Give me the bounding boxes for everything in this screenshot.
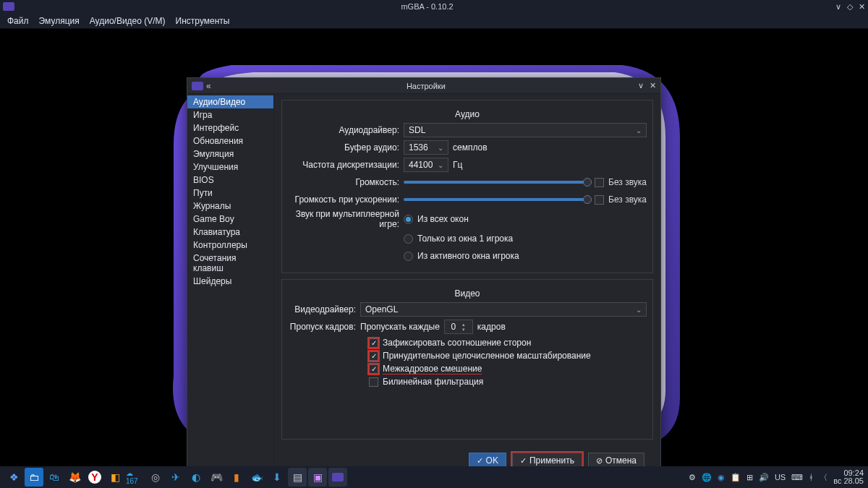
download-icon[interactable]: ⬇ bbox=[268, 468, 286, 487]
mute-label: Без звука bbox=[608, 177, 647, 187]
task-window-2[interactable]: ▣ bbox=[308, 468, 327, 487]
menu-tools[interactable]: Инструменты bbox=[176, 16, 230, 26]
menu-file[interactable]: Файл bbox=[7, 16, 29, 26]
app-icon-5[interactable]: 🐟 bbox=[247, 468, 266, 487]
category-emulation[interactable]: Эмуляция bbox=[187, 147, 273, 160]
dialog-titlebar: « Настройки ∨ ✕ bbox=[187, 78, 660, 94]
tray-globe-icon[interactable]: 🌐 bbox=[702, 473, 712, 482]
mp-radio-active[interactable] bbox=[404, 252, 413, 261]
app-icon bbox=[3, 2, 14, 11]
audio-buffer-combo[interactable]: 1536⌄ bbox=[404, 140, 448, 155]
dialog-close-icon[interactable]: ✕ bbox=[650, 81, 656, 90]
category-enhancements[interactable]: Улучшения bbox=[187, 160, 273, 174]
category-interface[interactable]: Интерфейс bbox=[187, 121, 273, 134]
tray-icon-1[interactable]: ⚙ bbox=[689, 473, 696, 482]
bilinear-checkbox[interactable] bbox=[369, 377, 378, 387]
task-mgba[interactable] bbox=[328, 468, 347, 487]
file-manager-icon[interactable]: 🗀 bbox=[25, 468, 43, 487]
tray-keyboard-icon[interactable]: ⌨ bbox=[791, 473, 803, 482]
interframe-label: Межкадровое смешение bbox=[383, 364, 482, 374]
video-driver-label: Видеодрайвер: bbox=[288, 304, 360, 314]
category-gameboy[interactable]: Game Boy bbox=[187, 213, 273, 226]
app-icon-2[interactable]: ◐ bbox=[187, 468, 205, 487]
volume-label: Громкость: bbox=[288, 177, 404, 187]
telegram-icon[interactable]: ✈ bbox=[166, 468, 185, 487]
task-window-1[interactable]: ▤ bbox=[288, 468, 307, 487]
yandex-icon[interactable]: Y bbox=[85, 468, 104, 487]
lock-aspect-checkbox[interactable] bbox=[369, 338, 378, 348]
ff-mute-checkbox[interactable] bbox=[595, 195, 604, 205]
app-icon-1[interactable]: ◧ bbox=[106, 468, 124, 487]
mp-radio-p1[interactable] bbox=[404, 234, 413, 244]
audio-driver-combo[interactable]: SDL⌄ bbox=[404, 123, 647, 137]
integer-scale-label: Принудительное целочисленное масштабиров… bbox=[383, 351, 591, 361]
audio-buffer-unit: семплов bbox=[453, 142, 488, 153]
video-section: Видео Видеодрайвер: OpenGL⌄ Пропуск кадр… bbox=[281, 279, 653, 440]
bilinear-label: Билинейная фильтрация bbox=[383, 377, 483, 387]
clock[interactable]: 09:24 вс 28.05 bbox=[833, 469, 864, 485]
integer-scale-checkbox[interactable] bbox=[369, 351, 378, 361]
main-titlebar: mGBA - 0.10.2 ∨ ◇ ✕ bbox=[0, 0, 868, 13]
tray-clipboard-icon[interactable]: 📋 bbox=[731, 473, 741, 482]
check-icon: ✓ bbox=[520, 456, 527, 466]
obs-icon[interactable]: ◎ bbox=[146, 468, 165, 487]
app-icon-4[interactable]: ▮ bbox=[227, 468, 246, 487]
category-list: Аудио/Видео Игра Интерфейс Обновления Эм… bbox=[187, 94, 274, 483]
category-shortcuts[interactable]: Сочетания клавиш bbox=[187, 252, 273, 275]
cloud-icon[interactable]: ☁167 bbox=[126, 468, 145, 487]
keyboard-layout[interactable]: US bbox=[775, 473, 786, 481]
tray-volume-icon[interactable]: 🔊 bbox=[759, 473, 769, 482]
pin-icon[interactable]: « bbox=[206, 81, 211, 91]
interframe-checkbox[interactable] bbox=[369, 364, 378, 374]
menu-emulation[interactable]: Эмуляция bbox=[39, 16, 80, 26]
volume-slider[interactable] bbox=[404, 181, 587, 184]
dialog-minimize-icon[interactable]: ∨ bbox=[638, 81, 644, 90]
chevron-down-icon: ⌄ bbox=[636, 127, 642, 134]
system-tray: ⚙ 🌐 ◉ 📋 ⊞ 🔊 US ⌨ ᚼ 〈 09:24 вс 28.05 bbox=[689, 469, 864, 485]
audio-driver-label: Аудиодрайвер: bbox=[288, 125, 404, 135]
category-bios[interactable]: BIOS bbox=[187, 174, 273, 187]
category-controllers[interactable]: Контроллеры bbox=[187, 239, 273, 252]
category-paths[interactable]: Пути bbox=[187, 187, 273, 200]
check-icon: ✓ bbox=[477, 456, 483, 466]
chevron-down-icon: ⌄ bbox=[438, 161, 443, 169]
settings-pane: Аудио Аудиодрайвер: SDL⌄ Буфер аудио: 15… bbox=[274, 94, 660, 483]
tray-icon-2[interactable]: ⊞ bbox=[746, 473, 753, 482]
ff-volume-slider[interactable] bbox=[404, 198, 587, 201]
store-icon[interactable]: 🛍 bbox=[45, 468, 64, 487]
category-keyboard[interactable]: Клавиатура bbox=[187, 226, 273, 239]
firefox-icon[interactable]: 🦊 bbox=[65, 468, 84, 487]
app-icon-3[interactable]: 🎮 bbox=[207, 468, 226, 487]
video-section-title: Видео bbox=[288, 284, 647, 300]
category-game[interactable]: Игра bbox=[187, 108, 273, 121]
category-updates[interactable]: Обновления bbox=[187, 134, 273, 147]
start-menu-icon[interactable]: ❖ bbox=[4, 468, 23, 487]
menu-audio-video[interactable]: Аудио/Видео (V/M) bbox=[90, 16, 166, 26]
frameskip-unit: кадров bbox=[477, 322, 506, 332]
category-logs[interactable]: Журналы bbox=[187, 200, 273, 213]
category-shaders[interactable]: Шейдеры bbox=[187, 275, 273, 288]
audio-buffer-label: Буфер аудио: bbox=[288, 142, 404, 153]
maximize-icon[interactable]: ◇ bbox=[847, 2, 853, 12]
mp-option-all: Из всех окон bbox=[417, 214, 469, 224]
tray-network-icon[interactable]: ◉ bbox=[718, 473, 725, 482]
tray-chevron-icon[interactable]: 〈 bbox=[820, 472, 827, 483]
mute-checkbox[interactable] bbox=[595, 178, 604, 187]
ff-volume-label: Громкость при ускорении: bbox=[288, 194, 404, 205]
frameskip-prefix: Пропускать каждые bbox=[360, 322, 440, 332]
frameskip-spinner[interactable]: ▴▾ bbox=[444, 320, 473, 334]
dialog-app-icon bbox=[192, 82, 203, 90]
tray-bluetooth-icon[interactable]: ᚼ bbox=[809, 473, 814, 481]
audio-section-title: Аудио bbox=[288, 105, 647, 121]
minimize-icon[interactable]: ∨ bbox=[835, 2, 841, 12]
sample-rate-combo[interactable]: 44100⌄ bbox=[404, 158, 448, 172]
ff-mute-label: Без звука bbox=[608, 194, 647, 205]
main-menubar: Файл Эмуляция Аудио/Видео (V/M) Инструме… bbox=[0, 13, 868, 29]
chevron-down-icon: ⌄ bbox=[438, 144, 443, 152]
close-icon[interactable]: ✕ bbox=[859, 2, 865, 12]
category-audio-video[interactable]: Аудио/Видео bbox=[187, 95, 273, 108]
sample-rate-unit: Гц bbox=[453, 160, 462, 170]
mp-radio-all[interactable] bbox=[404, 215, 413, 224]
dialog-title: Настройки bbox=[214, 82, 638, 90]
video-driver-combo[interactable]: OpenGL⌄ bbox=[360, 302, 647, 317]
